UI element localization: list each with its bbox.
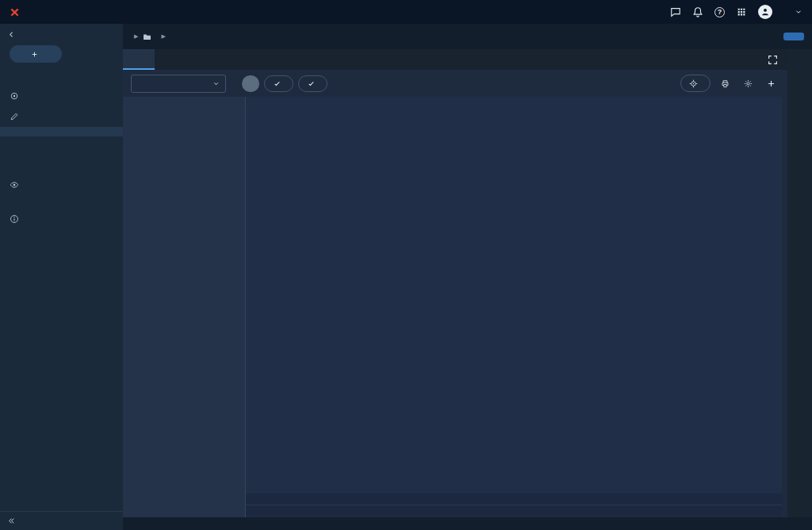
filter-chip-inject[interactable] [298,75,327,92]
folder-icon [143,33,151,41]
chat-icon[interactable] [670,6,681,17]
info-icon [10,214,19,224]
toolbar-actions [680,75,779,92]
right-icon-rail [787,49,812,517]
crosshair-icon [689,79,698,88]
axis-days [246,505,782,516]
printer-icon [721,79,730,88]
breadcrumb-row: ▶ ▶ [123,24,812,49]
set-at-current-time-button[interactable] [680,75,710,92]
sidebar-create-button[interactable] [10,45,62,63]
plus-icon [767,79,776,88]
axis-ticks [246,494,782,505]
grouping-select[interactable] [131,75,226,93]
row-label-column [123,97,246,517]
notifications-bell-icon[interactable] [692,6,703,17]
breadcrumb-separator-icon: ▶ [161,33,165,40]
sidebar-item-objective-mse-allocation[interactable] [0,165,123,175]
person-icon [760,7,770,17]
exercise-mode-label [0,76,123,86]
arrow-left-icon [8,31,15,38]
breadcrumb: ▶ ▶ [129,33,170,41]
sidebar-item-direct[interactable] [0,86,123,106]
filter-chip-phase[interactable] [264,75,293,92]
sidebar-item-plan[interactable] [0,106,123,127]
chart-canvas[interactable] [246,97,782,494]
topbar: ✕ ? [0,0,812,24]
logo-x-icon: ✕ [10,6,20,18]
check-icon [274,80,281,87]
bottom-strip [123,517,812,530]
tab-timeline[interactable] [123,49,155,70]
filter-chips [242,75,327,92]
sidebar-item-information-sets[interactable] [0,209,123,229]
edit-button[interactable] [783,33,804,40]
gear-icon [744,79,753,88]
create-button[interactable] [767,79,779,88]
sidebar-item-mse[interactable] [0,146,123,156]
print-button[interactable] [721,79,733,88]
eye-icon [10,180,19,190]
check-icon [308,80,315,87]
app-logo[interactable]: ✕ [10,6,24,18]
timeline-panel [123,49,787,517]
pencil-icon [10,112,19,121]
chart-wrap [246,97,787,517]
sidebar [0,24,123,530]
breadcrumb-separator-icon: ▶ [134,33,138,40]
sidebar-item-timeline[interactable] [0,127,123,136]
apps-grid-icon[interactable] [736,6,747,17]
sidebar-item-resources[interactable] [0,156,123,165]
back-to-operational-mode-button[interactable] [0,24,123,43]
user-menu-chevron-down-icon[interactable] [795,8,802,16]
fullscreen-icon[interactable] [768,55,778,65]
double-chevron-left-icon [8,517,15,524]
collapse-sidebar-button[interactable] [0,511,123,530]
plus-icon [31,51,38,58]
timeline-toolbar [123,70,787,97]
sidebar-item-map[interactable] [0,136,123,146]
settings-button[interactable] [744,79,756,88]
supporting-modules-label [0,195,123,209]
target-icon [10,91,19,101]
chevron-down-icon [213,80,220,87]
user-avatar[interactable] [758,5,772,19]
sidebar-item-evaluate[interactable] [0,175,123,195]
tabbar [123,49,787,70]
help-icon[interactable]: ? [714,7,725,17]
filter-chip-scenario[interactable] [242,75,259,92]
